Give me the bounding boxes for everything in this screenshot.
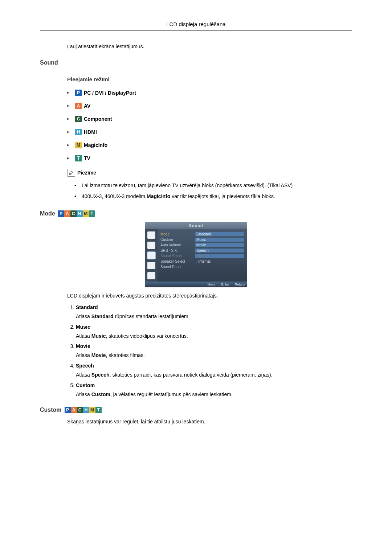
mode-item: AAV [67,103,352,109]
osd-screenshot: Sound ModeStandardCustomMusicAuto Volume… [145,222,247,287]
osd-footer-item: Move [207,283,215,286]
mode-badge-strip: PACHMT [58,210,95,217]
custom-heading-row: Custom PACHMT [40,407,352,413]
mode-badge: P [58,210,64,217]
footer-divider [40,436,352,436]
option-item: MovieAtlasa Movie, skatoties filmas. [76,343,352,359]
bullet-icon [67,92,69,94]
osd-row: SRS TS XTSpeech [160,248,244,253]
intro-text: Ļauj atiestatīt ekrāna iestatījumus. [67,44,352,49]
bullet-icon [67,144,69,146]
option-desc: Atlasa Custom, ja vēlaties regulēt iesta… [76,391,352,398]
osd-footer-item: Return [235,283,245,286]
page-header: LCD displeja regulēšana [40,21,352,30]
note-label: Piezīme [77,170,96,176]
mode-badge: A [64,210,70,217]
option-desc: Atlasa Music, skatoties videoklipus vai … [76,333,352,340]
option-item: StandardAtlasa Standard rūpnīcas standar… [76,304,352,320]
osd-side-icon [147,262,155,269]
osd-side-icon [147,242,155,249]
option-desc: Atlasa Movie, skatoties filmas. [76,352,352,359]
mode-badge: T [95,407,102,413]
osd-row: ModeStandard [160,231,244,237]
mode-label: HDMI [84,129,97,135]
custom-description: Skaņas iestatījumus var regulēt, lai tie… [67,418,352,426]
osd-row: Speaker Select: Internal [160,259,244,264]
option-item: SpeechAtlasa Speech, skatoties pārraidi,… [76,363,352,379]
mode-item: HHDMI [67,129,352,135]
osd-row: Sound SelectCustom [160,253,244,259]
mode-label: Component [84,116,112,122]
mode-badge: A [75,103,82,109]
osd-footer: MoveEnterReturn [145,282,247,287]
mode-description: LCD displejam ir iebūvēts augstas preciz… [67,292,352,300]
mode-label: AV [84,103,90,109]
mode-badge: T [75,155,82,161]
mode-badge: H [75,129,82,135]
note-line: Piezīme [67,169,352,177]
mode-item: MMagicInfo [67,142,352,148]
mode-badge: C [70,210,77,217]
mode-badge: M [75,142,82,148]
mode-badge: P [75,90,82,96]
osd-title: Sound [145,222,247,229]
osd-side-icon [147,231,155,239]
bullet-icon [67,131,69,133]
mode-badge: C [77,407,83,413]
mode-option-list: StandardAtlasa Standard rūpnīcas standar… [67,304,352,398]
option-name: Standard [76,304,352,310]
option-desc: Atlasa Speech, skatoties pārraidi, kas p… [76,372,352,379]
mode-item: TTV [67,155,352,161]
mode-heading: Mode [40,210,55,217]
osd-menu: ModeStandardCustomMusicAuto VolumeMovieS… [158,229,247,282]
mode-badge: M [83,210,89,217]
available-modes-list: PPC / DVI / DisplayPortAAVCComponentHHDM… [67,90,352,161]
mode-badge: H [77,210,83,217]
note-icon [67,169,75,177]
bullet-icon [67,118,69,120]
mode-label: TV [84,155,90,161]
option-item: MusicAtlasa Music, skatoties videoklipus… [76,324,352,340]
osd-row: CustomMusic [160,237,244,242]
mode-badge: T [89,210,95,217]
bullet-icon [67,105,69,107]
option-name: Custom [76,382,352,388]
mode-badge: C [75,116,82,122]
option-name: Music [76,324,352,330]
option-item: CustomAtlasa Custom, ja vēlaties regulēt… [76,382,352,398]
mode-label: PC / DVI / DisplayPort [84,90,136,96]
custom-heading: Custom [40,407,62,413]
osd-footer-item: Enter [221,283,229,286]
mode-badge: P [65,407,71,413]
page-header-title: LCD displeja regulēšana [40,21,352,27]
osd-sidebar [145,229,158,282]
available-modes-heading: Pieejamie režīmi [67,76,352,82]
osd-side-icon [147,252,155,259]
mode-heading-row: Mode PACHMT [40,210,352,217]
mode-badge: M [89,407,95,413]
note-item: Lai izmantotu televizoru, tam jāpievieno… [74,182,352,189]
option-desc: Atlasa Standard rūpnīcas standarta iesta… [76,313,352,320]
bullet-icon [67,157,69,159]
sound-heading: Sound [40,59,352,66]
header-divider [40,30,352,30]
option-name: Speech [76,363,352,369]
note-item: 400UX-3, 460UX-3 modelim,MagicInfo var t… [74,193,352,200]
mode-badge: A [71,407,77,413]
osd-row: Sound Reset [160,264,244,270]
osd-side-icon [147,272,155,279]
osd-row: Auto VolumeMovie [160,242,244,248]
note-list: Lai izmantotu televizoru, tam jāpievieno… [74,182,352,200]
mode-badge: H [83,407,89,413]
custom-badge-strip: PACHMT [65,407,102,413]
mode-label: MagicInfo [84,142,107,148]
mode-item: PPC / DVI / DisplayPort [67,90,352,96]
mode-item: CComponent [67,116,352,122]
option-name: Movie [76,343,352,349]
